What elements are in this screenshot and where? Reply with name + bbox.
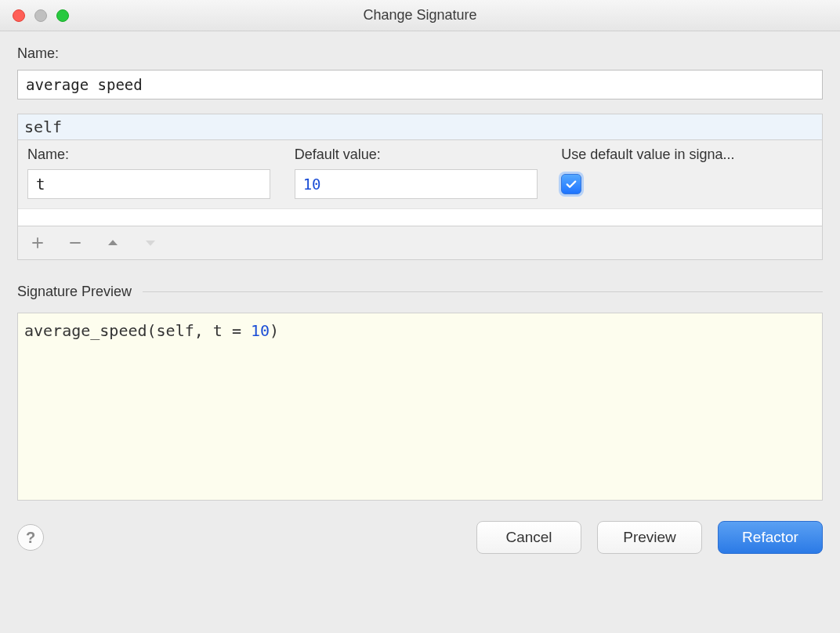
parameters-panel: self Name: Default value: Use default va… bbox=[17, 114, 823, 260]
preview-text-number: 10 bbox=[251, 321, 270, 340]
param-name-column: Name: bbox=[27, 146, 279, 199]
checkmark-icon bbox=[564, 177, 578, 191]
help-button[interactable]: ? bbox=[17, 524, 44, 551]
parameter-self-row[interactable]: self bbox=[18, 114, 822, 140]
dialog-footer: ? Cancel Preview Refactor bbox=[0, 507, 840, 565]
window-title: Change Signature bbox=[0, 7, 840, 24]
add-parameter-button[interactable] bbox=[29, 234, 46, 251]
param-default-column: Default value: bbox=[295, 146, 546, 199]
help-icon: ? bbox=[26, 529, 35, 547]
preview-text-suffix: ) bbox=[270, 321, 279, 340]
preview-button[interactable]: Preview bbox=[597, 521, 702, 554]
cancel-button[interactable]: Cancel bbox=[476, 521, 581, 554]
refactor-button[interactable]: Refactor bbox=[718, 521, 823, 554]
plus-icon bbox=[31, 236, 45, 250]
divider bbox=[143, 291, 823, 292]
param-default-label: Default value: bbox=[295, 146, 546, 163]
param-use-default-column: Use default value in signa... bbox=[561, 146, 813, 199]
name-label: Name: bbox=[17, 45, 823, 62]
move-down-button[interactable] bbox=[142, 234, 159, 251]
parameter-edit-row: Name: Default value: Use default value i… bbox=[18, 140, 822, 209]
preview-text-prefix: average_speed(self, t = bbox=[24, 321, 251, 340]
param-default-input[interactable] bbox=[295, 169, 538, 199]
parameter-empty-row[interactable] bbox=[18, 209, 822, 226]
parameter-toolbar bbox=[18, 226, 822, 259]
param-name-input[interactable] bbox=[27, 169, 270, 199]
dialog-content: Name: self Name: Default value: Use defa… bbox=[0, 31, 840, 507]
signature-preview-box: average_speed(self, t = 10) bbox=[17, 313, 823, 501]
move-up-button[interactable] bbox=[104, 234, 121, 251]
remove-parameter-button[interactable] bbox=[67, 234, 84, 251]
signature-preview-section: Signature Preview average_speed(self, t … bbox=[17, 284, 823, 501]
param-use-default-label: Use default value in signa... bbox=[561, 146, 813, 163]
use-default-checkbox[interactable] bbox=[561, 174, 581, 194]
minus-icon bbox=[68, 236, 82, 250]
param-name-label: Name: bbox=[27, 146, 279, 163]
triangle-down-icon bbox=[143, 236, 158, 250]
triangle-up-icon bbox=[106, 236, 120, 250]
titlebar: Change Signature bbox=[0, 0, 840, 31]
name-input[interactable] bbox=[17, 70, 823, 99]
signature-preview-label: Signature Preview bbox=[17, 284, 132, 300]
